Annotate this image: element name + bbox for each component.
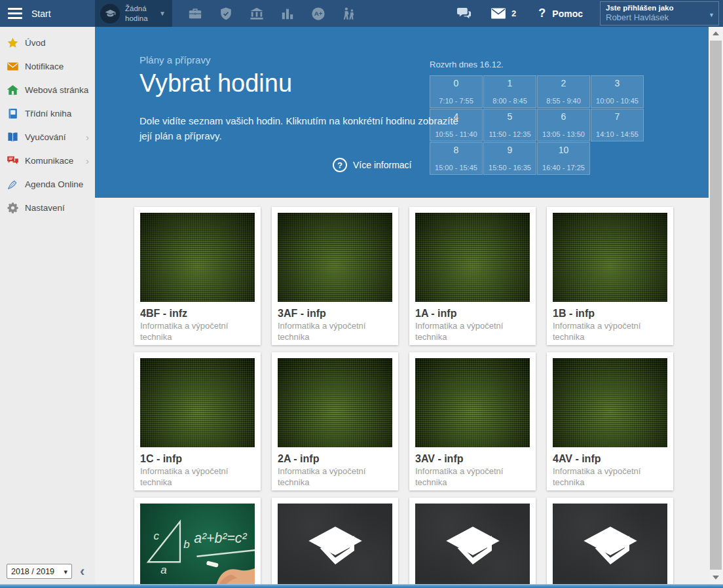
graduation-cap-icon	[100, 4, 120, 24]
chat-icon[interactable]	[456, 6, 472, 21]
schedule-title: Rozvrh dnes 16.12.	[430, 60, 647, 69]
period-time: 7:10 - 7:55	[439, 97, 473, 105]
lesson-card[interactable]: 3AV - infp Informatika a výpočetní techn…	[409, 352, 536, 490]
main-content: Plány a přípravy Vybrat hodinu Dole vidí…	[95, 27, 709, 584]
messages[interactable]: 2	[491, 8, 516, 19]
school-year-select[interactable]: 2018 / 2019	[7, 564, 72, 579]
breadcrumb: Plány a přípravy	[139, 54, 460, 65]
sidebar-item-icon	[7, 178, 19, 191]
lesson-card-image	[415, 358, 530, 447]
start-menu[interactable]: Start	[31, 9, 51, 19]
lesson-card[interactable]: 1C - infp Informatika a výpočetní techni…	[134, 352, 261, 490]
svg-text:a: a	[160, 564, 166, 576]
user-name: Robert Havlásek	[606, 12, 705, 22]
help-button[interactable]: Pomoc	[538, 7, 583, 20]
sidebar-footer: 2018 / 2019	[7, 564, 84, 579]
period-time: 16:40 - 17:25	[542, 164, 585, 172]
lesson-card-image: cbaa²+b²=c²	[140, 504, 255, 584]
sidebar-item[interactable]: Agenda Online	[0, 172, 95, 196]
lesson-card[interactable]: 2A - infp Informatika a výpočetní techni…	[272, 352, 398, 490]
schedule-period-cell[interactable]: 6 13:05 - 13:50	[537, 109, 590, 141]
lesson-card[interactable]: 1A - infp Informatika a výpočetní techni…	[409, 207, 536, 345]
lesson-card-image	[553, 358, 667, 447]
sidebar-item[interactable]: Nastavení	[0, 196, 95, 219]
lesson-card-subtitle: Informatika a výpočetní technika	[415, 321, 530, 343]
lesson-card-title: 4AV - infp	[553, 453, 667, 465]
sidebar-item[interactable]: Komunikace	[0, 149, 95, 172]
period-time: 15:50 - 16:35	[489, 164, 531, 172]
lesson-card-image	[278, 213, 392, 302]
lesson-card-image	[553, 213, 667, 302]
schedule-period-cell[interactable]: 10 16:40 - 17:25	[537, 142, 590, 175]
more-info-link[interactable]: Více informací	[333, 158, 411, 172]
school-year-value: 2018 / 2019	[11, 567, 54, 576]
period-number: 8	[454, 145, 459, 155]
topbar-left: Start	[0, 8, 95, 19]
schedule-period-cell[interactable]: 8 15:00 - 15:45	[430, 142, 483, 175]
schedule-period-cell[interactable]: 1 8:00 - 8:45	[483, 75, 536, 108]
chevron-down-icon	[64, 567, 67, 576]
scroll-up-button[interactable]	[709, 27, 723, 40]
period-number: 1	[508, 78, 513, 88]
sidebar-item-label: Nastavení	[25, 203, 65, 213]
students-icon[interactable]	[342, 7, 356, 21]
scrollbar-thumb[interactable]	[710, 41, 722, 570]
hamburger-menu-icon[interactable]	[8, 8, 22, 19]
lesson-card-image	[278, 358, 392, 447]
lesson-card[interactable]: cbaa²+b²=c²	[134, 498, 261, 584]
lesson-card-image	[553, 504, 667, 584]
period-time: 11:50 - 12:35	[489, 130, 530, 138]
hero-text-block: Plány a přípravy Vybrat hodinu Dole vidí…	[139, 54, 460, 144]
sidebar-item[interactable]: Notifikace	[0, 54, 95, 78]
lesson-card[interactable]: 1B - infp Informatika a výpočetní techni…	[547, 207, 673, 345]
period-time: 13:05 - 13:50	[542, 130, 585, 138]
sidebar-menu: Úvod Notifikace Webová stránka Třídní kn…	[0, 27, 95, 219]
shield-check-icon[interactable]	[219, 7, 233, 21]
period-number: 0	[454, 78, 459, 88]
svg-text:A+: A+	[314, 10, 323, 17]
schedule-period-cell[interactable]: 3 10:00 - 10:45	[591, 75, 644, 108]
lesson-card[interactable]: 4BF - infz Informatika a výpočetní techn…	[134, 207, 261, 345]
bar-chart-icon[interactable]	[280, 7, 295, 21]
lesson-selector[interactable]: Žádná hodina	[95, 0, 172, 27]
lesson-card-subtitle: Informatika a výpočetní technika	[278, 466, 392, 488]
sidebar-collapse-button[interactable]	[80, 564, 84, 579]
schedule-period-cell[interactable]: 5 11:50 - 12:35	[483, 109, 536, 141]
grade-a-plus-icon[interactable]: A+	[311, 7, 325, 21]
today-schedule: Rozvrh dnes 16.12. 0 7:10 - 7:55 1 8:00 …	[430, 60, 647, 175]
schedule-period-cell[interactable]: 4 10:55 - 11:40	[430, 109, 483, 141]
schedule-period-cell[interactable]: 9 15:50 - 16:35	[483, 142, 536, 175]
lesson-card[interactable]: 4AV - infp Informatika a výpočetní techn…	[547, 352, 673, 490]
sidebar: Úvod Notifikace Webová stránka Třídní kn…	[0, 27, 95, 584]
sidebar-item[interactable]: Webová stránka	[0, 78, 95, 101]
lesson-card[interactable]: 3AF - infp Informatika a výpočetní techn…	[272, 207, 398, 345]
sidebar-item-icon	[7, 84, 19, 96]
lesson-card-subtitle: Informatika a výpočetní technika	[140, 321, 255, 343]
vertical-scrollbar[interactable]	[709, 27, 723, 584]
sidebar-item-icon	[7, 131, 19, 143]
scroll-down-button[interactable]	[709, 571, 723, 584]
schedule-period-cell[interactable]: 7 14:10 - 14:55	[591, 109, 644, 141]
top-bar: Start Žádná hodina A+ 2 Pomoc Jste přihl…	[0, 0, 723, 27]
sidebar-item[interactable]: Třídní kniha	[0, 101, 95, 125]
lesson-card-subtitle: Informatika a výpočetní technika	[415, 466, 530, 488]
sidebar-item-label: Webová stránka	[25, 85, 88, 95]
lesson-card-image	[415, 504, 530, 584]
sidebar-item[interactable]: Úvod	[0, 31, 95, 54]
chevron-right-icon	[86, 156, 89, 166]
schedule-period-cell[interactable]: 2 8:55 - 9:40	[537, 75, 590, 108]
lesson-card[interactable]	[547, 498, 673, 584]
bank-icon[interactable]	[250, 7, 264, 21]
period-number: 9	[508, 145, 513, 155]
sidebar-item-label: Notifikace	[25, 62, 64, 71]
sidebar-item[interactable]: Vyučování	[0, 125, 95, 149]
lesson-card[interactable]	[272, 498, 398, 584]
sidebar-item-label: Třídní kniha	[25, 109, 71, 119]
more-info-label: Více informací	[353, 160, 411, 170]
period-time: 15:00 - 15:45	[435, 164, 477, 172]
messages-count-badge: 2	[511, 9, 516, 18]
lesson-card[interactable]	[409, 498, 536, 584]
schedule-period-cell[interactable]: 0 7:10 - 7:55	[430, 75, 483, 108]
briefcase-icon[interactable]	[188, 7, 202, 21]
user-menu[interactable]: Jste přihlášen jako Robert Havlásek	[600, 1, 719, 26]
